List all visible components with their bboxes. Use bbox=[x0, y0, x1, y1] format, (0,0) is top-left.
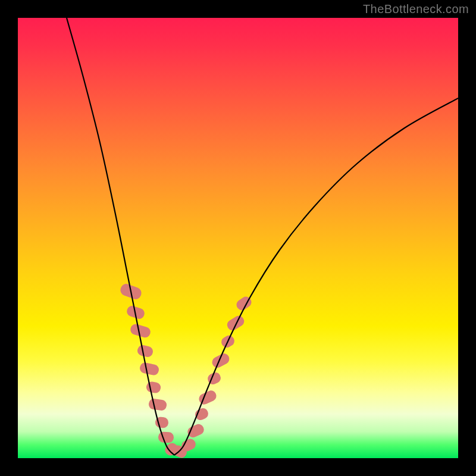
curve-marker bbox=[139, 362, 159, 376]
curve-marker bbox=[211, 352, 231, 369]
curve-marker bbox=[193, 406, 209, 421]
curve-marker bbox=[158, 431, 174, 443]
plot-area bbox=[18, 18, 458, 458]
right-curve bbox=[174, 98, 458, 455]
curve-marker bbox=[146, 381, 162, 394]
curve-marker bbox=[198, 389, 218, 406]
curve-marker bbox=[136, 344, 154, 358]
curve-marker bbox=[226, 314, 246, 332]
watermark-label: TheBottleneck.com bbox=[363, 2, 469, 16]
curve-marker bbox=[148, 398, 167, 411]
curve-marker bbox=[186, 422, 206, 439]
curve-layer bbox=[18, 18, 458, 458]
markers-group bbox=[119, 282, 253, 458]
